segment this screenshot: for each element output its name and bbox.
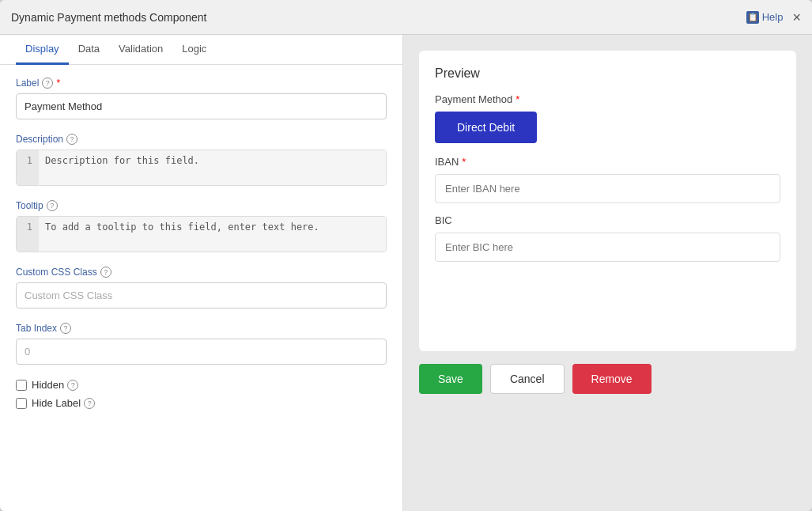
hide-label-checkbox[interactable] [16, 398, 27, 409]
tooltip-content[interactable]: To add a tooltip to this field, enter te… [39, 217, 386, 252]
description-content[interactable]: Description for this field. [39, 150, 386, 185]
label-field-group: Label ? * [16, 78, 387, 119]
direct-debit-button[interactable]: Direct Debit [435, 112, 537, 143]
help-link[interactable]: 📋 Help [746, 11, 784, 24]
hidden-label: Hidden ? [32, 379, 78, 391]
tooltip-text: Tooltip [16, 200, 43, 211]
help-book-icon: 📋 [746, 11, 759, 24]
tab-data[interactable]: Data [69, 35, 109, 65]
preview-required-star: * [516, 93, 519, 105]
css-class-field-label: Custom CSS Class ? [16, 267, 387, 278]
tab-index-help-icon[interactable]: ? [60, 323, 71, 334]
actions-container: Save Cancel Remove [419, 364, 796, 394]
preview-iban-required: * [462, 156, 466, 168]
close-button[interactable]: × [792, 10, 801, 25]
modal-title: Dynamic Payment methods Component [11, 11, 206, 24]
description-editor-body: 1 Description for this field. [17, 150, 386, 185]
label-help-icon[interactable]: ? [42, 78, 53, 89]
tooltip-editor: 1 To add a tooltip to this field, enter … [16, 216, 387, 252]
css-class-field-group: Custom CSS Class ? [16, 267, 387, 308]
hide-label-label: Hide Label ? [32, 397, 95, 409]
preview-bic-label: BIC [435, 214, 780, 226]
tab-index-text: Tab Index [16, 323, 57, 334]
label-required-star: * [56, 78, 60, 89]
help-label: Help [762, 11, 784, 23]
tooltip-help-icon[interactable]: ? [47, 200, 58, 211]
tab-validation[interactable]: Validation [109, 35, 172, 65]
tooltip-editor-body: 1 To add a tooltip to this field, enter … [17, 217, 386, 252]
hidden-help-icon[interactable]: ? [67, 380, 78, 391]
label-field-label: Label ? * [16, 78, 387, 89]
save-button[interactable]: Save [419, 364, 482, 394]
left-content: Label ? * Description ? 1 De [0, 65, 402, 511]
modal-body: Display Data Validation Logic Label ? * [0, 35, 812, 511]
description-editor: 1 Description for this field. [16, 150, 387, 186]
preview-iban-label: IBAN * [435, 156, 780, 168]
tab-display[interactable]: Display [16, 35, 69, 65]
tab-logic[interactable]: Logic [172, 35, 216, 65]
tab-index-input[interactable] [16, 339, 387, 365]
preview-title: Preview [435, 66, 780, 81]
tooltip-field-group: Tooltip ? 1 To add a tooltip to this fie… [16, 200, 387, 252]
description-field-group: Description ? 1 Description for this fie… [16, 134, 387, 186]
cancel-button[interactable]: Cancel [490, 364, 565, 394]
tooltip-field-label: Tooltip ? [16, 200, 387, 211]
modal-header: Dynamic Payment methods Component 📋 Help… [0, 0, 812, 35]
remove-button[interactable]: Remove [572, 364, 651, 394]
css-class-help-icon[interactable]: ? [100, 267, 111, 278]
tab-index-field-group: Tab Index ? [16, 323, 387, 365]
css-class-input[interactable] [16, 282, 387, 308]
tabs-container: Display Data Validation Logic [0, 35, 402, 65]
description-line-number: 1 [17, 150, 39, 185]
preview-payment-method-label: Payment Method * [435, 93, 780, 105]
label-input[interactable] [16, 93, 387, 119]
modal-container: Dynamic Payment methods Component 📋 Help… [0, 0, 812, 511]
description-help-icon[interactable]: ? [66, 134, 77, 145]
hidden-checkbox[interactable] [16, 380, 27, 391]
bic-input[interactable] [435, 233, 780, 262]
right-panel: Preview Payment Method * Direct Debit IB… [403, 35, 812, 511]
label-text: Label [16, 78, 39, 89]
hide-label-checkbox-row: Hide Label ? [16, 397, 387, 409]
hide-label-help-icon[interactable]: ? [84, 398, 95, 409]
preview-box: Preview Payment Method * Direct Debit IB… [419, 51, 796, 351]
css-class-text: Custom CSS Class [16, 267, 97, 278]
tab-index-field-label: Tab Index ? [16, 323, 387, 334]
description-text: Description [16, 134, 63, 145]
tooltip-line-number: 1 [17, 217, 39, 252]
description-field-label: Description ? [16, 134, 387, 145]
iban-input[interactable] [435, 174, 780, 203]
hidden-checkbox-row: Hidden ? [16, 379, 387, 391]
header-right: 📋 Help × [746, 10, 801, 25]
left-panel: Display Data Validation Logic Label ? * [0, 35, 403, 511]
